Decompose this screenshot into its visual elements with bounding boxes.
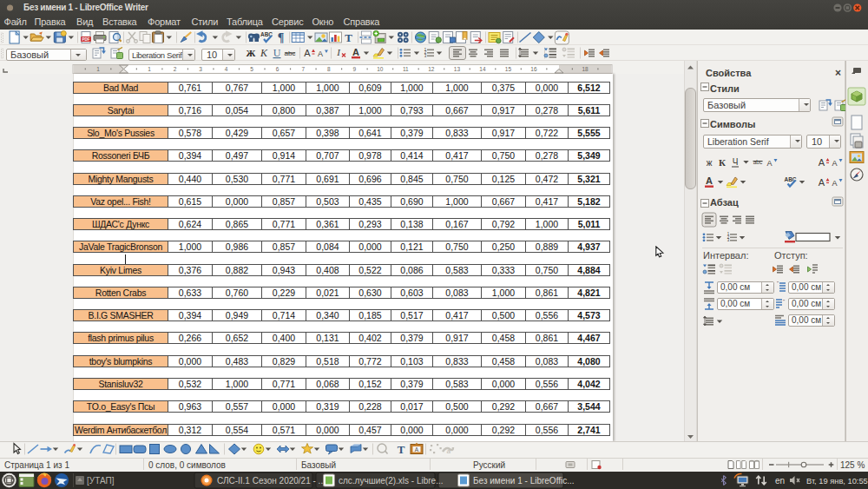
svg-text:СЛС-II.1 Сезон 2020/21 - ...: СЛС-II.1 Сезон 2020/21 - ... [217,476,326,486]
svg-text:PDF: PDF [82,37,90,42]
svg-text:3: 3 [424,54,427,58]
svg-text:abc: abc [753,159,763,165]
svg-text:A: A [832,159,837,168]
svg-text:U: U [273,47,281,59]
svg-text:слс.лучшие(2).xls - Libre...: слс.лучшие(2).xls - Libre... [339,476,444,486]
svg-text:11: 11 [403,66,409,72]
svg-text:[УТАП]: [УТАП] [87,476,115,486]
svg-text:I: I [336,47,341,57]
svg-text:Вт, 19 янв, 10:55: Вт, 19 янв, 10:55 [806,477,868,486]
svg-text:14: 14 [479,66,486,72]
svg-text:en: en [775,476,785,486]
svg-text:5: 5 [250,66,253,72]
svg-text:A: A [819,157,825,168]
svg-text:A: A [766,159,772,168]
svg-text:": " [783,299,785,304]
svg-text:3: 3 [199,66,202,72]
svg-text:Ч: Ч [733,157,739,167]
svg-text:18: 18 [582,66,589,72]
svg-text:16: 16 [530,66,537,72]
svg-text:4: 4 [225,66,228,72]
svg-text:1: 1 [148,66,151,72]
svg-text:3: 3 [727,238,730,242]
svg-text:15: 15 [505,66,512,72]
svg-text:1: 1 [96,66,100,72]
svg-text:A: A [352,47,359,57]
svg-text:A: A [832,179,837,188]
svg-text:9: 9 [352,66,356,72]
svg-text:T: T [398,443,405,456]
svg-text:A: A [415,446,419,453]
svg-text:A: A [706,175,713,186]
svg-text:¶: ¶ [278,31,285,44]
svg-text:6: 6 [276,66,279,72]
svg-text:2: 2 [174,66,177,72]
svg-text:10: 10 [377,66,384,72]
svg-text:ж: ж [707,158,713,168]
svg-text:A: A [318,50,323,58]
svg-text:7: 7 [301,66,305,72]
svg-text:13: 13 [454,66,461,72]
svg-text:a: a [447,447,451,455]
svg-text:Ж: Ж [247,48,256,58]
svg-text:К: К [719,157,726,168]
svg-text:A: A [819,177,825,188]
svg-text:12: 12 [428,66,435,72]
svg-text:8: 8 [327,66,331,72]
svg-text:K: K [260,47,268,59]
svg-text:": " [777,281,779,286]
svg-text:Без имени 1 - LibreOffic...: Без имени 1 - LibreOffic... [473,476,575,486]
svg-text:A: A [304,48,311,58]
svg-text:T: T [345,31,352,44]
